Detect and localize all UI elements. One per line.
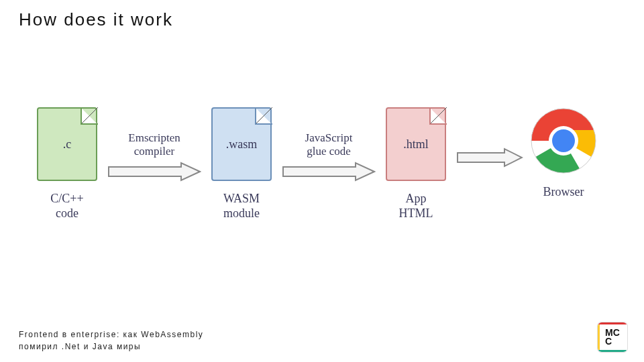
footer-text: Frontend в enterprise: как WebAssembly п…: [19, 328, 203, 353]
arrow-icon: [107, 162, 201, 182]
arrow-label: JavaScript glue code: [305, 131, 353, 158]
page-title: How does it work: [19, 9, 173, 30]
svg-point-4: [552, 129, 575, 152]
stage-browser: Browser: [523, 107, 604, 200]
file-ext: .html: [403, 137, 429, 152]
stage-c-source: .c C/C++ code: [27, 107, 107, 221]
stage-caption: App HTML: [399, 192, 433, 221]
logo-text: MC C: [598, 322, 627, 352]
mcc-logo: MC C: [597, 322, 628, 353]
stage-caption: Browser: [543, 185, 584, 200]
arrow-to-browser: [456, 107, 523, 168]
arrow-icon: [456, 147, 523, 168]
chrome-icon: [530, 107, 597, 174]
arrow-emscripten: Emscripten compiler: [107, 107, 201, 182]
stage-caption: C/C++ code: [50, 192, 83, 221]
pipeline-diagram: .c C/C++ code Emscripten compiler .wasm …: [27, 107, 617, 221]
arrow-label: Emscripten compiler: [128, 131, 180, 158]
stage-html: .html App HTML: [376, 107, 456, 221]
file-ext: .wasm: [226, 137, 258, 152]
stage-caption: WASM module: [223, 192, 260, 221]
file-icon-c: .c: [37, 107, 97, 181]
arrow-glue-code: JavaScript glue code: [282, 107, 376, 182]
file-ext: .c: [63, 137, 72, 152]
file-icon-html: .html: [386, 107, 446, 181]
file-icon-wasm: .wasm: [211, 107, 272, 181]
stage-wasm: .wasm WASM module: [201, 107, 282, 221]
arrow-icon: [282, 162, 376, 182]
